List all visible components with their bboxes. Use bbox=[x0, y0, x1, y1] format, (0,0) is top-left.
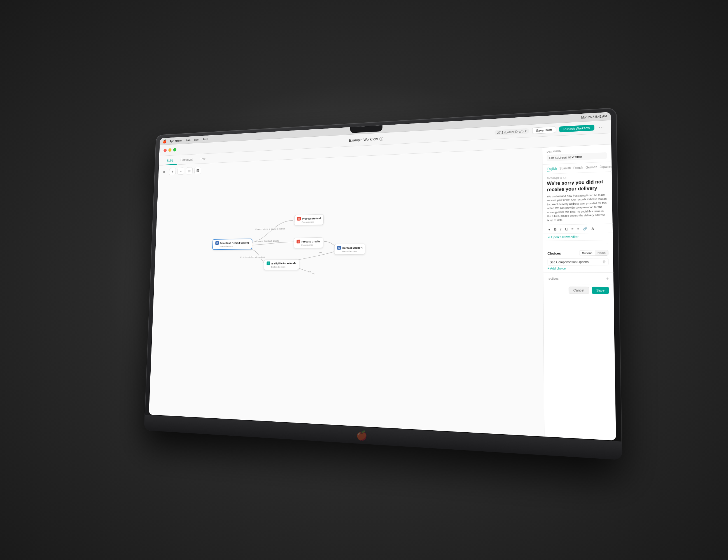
maximize-button[interactable] bbox=[173, 148, 176, 151]
message-body: We understand how frustrating it can be … bbox=[543, 193, 612, 225]
open-editor-icon: ↗ bbox=[547, 236, 550, 239]
workflow-canvas[interactable]: ✕ + − ⊞ ⊟ bbox=[149, 148, 544, 437]
node-label-support: Contact Support bbox=[342, 246, 362, 249]
version-text: 27.1 (Latest Draft) bbox=[497, 129, 524, 134]
message-heading: We're sorry you did not receive your del… bbox=[543, 179, 612, 195]
info-icon[interactable]: i bbox=[379, 137, 383, 141]
choice-text-1[interactable]: See Compensation Options bbox=[550, 260, 600, 264]
node-is-eligible[interactable]: ⊡ Is eligible for refund? System Decisio… bbox=[264, 259, 299, 270]
node-label-doordash: DoorDash Refund Options bbox=[220, 241, 249, 244]
text-toolbar: ● B I U ≡ ≡ 🔗 A bbox=[543, 223, 613, 234]
node-label-eligible: Is eligible for refund? bbox=[271, 262, 296, 265]
tab-test[interactable]: Test bbox=[196, 155, 209, 164]
screen-bezel: 🍎 App Name Item Item Item Mon 26 3 9:41 … bbox=[149, 112, 616, 440]
node-sub-eligible: System Decision bbox=[267, 266, 296, 268]
node-doordash-refund[interactable]: ⊡ DoorDash Refund Options Manual Decisio… bbox=[212, 239, 253, 250]
node-sub-support: Manual Decision bbox=[337, 250, 362, 253]
close-button[interactable] bbox=[164, 149, 167, 152]
edge-label-yes: Yes bbox=[318, 251, 323, 254]
menubar-right: Mon 26 3 9:41 AM bbox=[581, 115, 607, 119]
canvas-close-button[interactable]: ✕ bbox=[161, 169, 167, 175]
toggle-buttons[interactable]: Buttons bbox=[579, 250, 595, 256]
tool-link-button[interactable]: 🔗 bbox=[582, 226, 589, 232]
connector-lines bbox=[149, 148, 544, 437]
panel-footer: rectives + bbox=[543, 273, 613, 284]
zoom-in-button[interactable]: + bbox=[169, 168, 176, 175]
node-sub-refund: Consequence bbox=[297, 221, 321, 224]
menubar-item2: Item bbox=[194, 138, 199, 141]
edge-label-credits: Process DoorDash Credits bbox=[256, 239, 280, 243]
publish-button[interactable]: Publish Workflow bbox=[559, 125, 594, 132]
lang-tab-spanish[interactable]: Spanish bbox=[559, 166, 571, 171]
edge-label-no: No bbox=[307, 270, 312, 273]
apple-icon: 🍎 bbox=[162, 139, 166, 143]
version-chevron-icon: ▾ bbox=[525, 129, 527, 133]
grid-button[interactable]: ⊟ bbox=[194, 167, 201, 174]
save-button[interactable]: Save bbox=[592, 287, 609, 294]
open-editor-link[interactable]: ↗ Open full text editor bbox=[543, 233, 613, 241]
tool-ordered-list-button[interactable]: ≡ bbox=[576, 227, 580, 231]
edge-label-dissatisfied: Cx is dissatisfied with options bbox=[239, 256, 265, 259]
menubar-appname: App Name bbox=[170, 139, 182, 143]
monitor-shell: 🍎 App Name Item Item Item Mon 26 3 9:41 … bbox=[144, 108, 622, 460]
tab-build[interactable]: Build bbox=[163, 157, 177, 165]
main-content: ✕ + − ⊞ ⊟ bbox=[149, 144, 616, 441]
canvas-controls: ✕ + − ⊞ ⊟ bbox=[161, 167, 201, 176]
version-badge[interactable]: 27.1 (Latest Draft) ▾ bbox=[495, 128, 529, 136]
tab-comment[interactable]: Comment bbox=[177, 156, 197, 165]
menubar-items: App Name Item Item Item bbox=[170, 137, 208, 143]
panel-section-label: Decision bbox=[547, 148, 607, 153]
tool-italic-button[interactable]: I bbox=[559, 227, 562, 232]
node-process-credits[interactable]: ⊡ Process Credits Consequence bbox=[294, 237, 324, 248]
tool-bold-button[interactable]: B bbox=[553, 227, 557, 232]
node-process-refund[interactable]: ⊡ Process Refund Consequence bbox=[294, 214, 324, 225]
node-sub-credits: Consequence bbox=[297, 244, 320, 246]
window-controls bbox=[164, 148, 176, 152]
workflow-title-text: Example Workflow bbox=[349, 137, 378, 143]
lang-tab-german[interactable]: German bbox=[586, 165, 597, 170]
minimize-button[interactable] bbox=[168, 148, 171, 152]
app-window: Example Workflow i 27.1 (Latest Draft) ▾… bbox=[149, 120, 616, 440]
node-label-refund: Process Refund bbox=[302, 217, 321, 220]
toggle-radio[interactable]: Radio bbox=[595, 250, 608, 256]
more-options-button[interactable]: ⋯ bbox=[598, 124, 605, 130]
node-icon-red-refund: ⊡ bbox=[297, 217, 301, 221]
tool-list-button[interactable]: ≡ bbox=[570, 227, 574, 231]
tool-bullet-icon[interactable]: ● bbox=[547, 227, 551, 232]
panel-collapse-button[interactable]: − bbox=[543, 240, 613, 248]
add-choice-button[interactable]: + Add choice bbox=[548, 267, 609, 270]
node-label-credits: Process Credits bbox=[302, 240, 321, 243]
choice-item-1: See Compensation Options 🗑 bbox=[547, 258, 608, 266]
zoom-out-button[interactable]: − bbox=[178, 167, 184, 175]
choices-toggle: Buttons Radio bbox=[579, 250, 608, 256]
node-contact-support[interactable]: ⊡ Contact Support Manual Decision bbox=[334, 244, 365, 255]
menubar-time: Mon 26 3 9:41 AM bbox=[581, 115, 607, 119]
save-draft-button[interactable]: Save Draft bbox=[532, 126, 556, 134]
tool-format-button[interactable]: A bbox=[591, 226, 595, 231]
macos-screen: 🍎 App Name Item Item Item Mon 26 3 9:41 … bbox=[149, 112, 616, 440]
node-icon-red-credits: ⊡ bbox=[297, 240, 300, 244]
node-icon-teal: ⊡ bbox=[267, 262, 270, 265]
edge-label-refund: Process refund to payment method bbox=[255, 227, 286, 231]
lang-tab-french[interactable]: French bbox=[573, 165, 583, 171]
choices-label: Choices bbox=[547, 251, 561, 255]
directives-label: rectives bbox=[548, 277, 559, 280]
panel-decision-section: Decision Fix address next time bbox=[542, 144, 612, 165]
panel-input-value[interactable]: Fix address next time bbox=[547, 152, 607, 161]
node-icon-blue: ⊡ bbox=[215, 241, 219, 245]
choices-section: Choices Buttons Radio See Compensation O… bbox=[543, 248, 613, 273]
tool-underline-button[interactable]: U bbox=[564, 227, 569, 231]
fit-button[interactable]: ⊞ bbox=[186, 167, 193, 174]
open-editor-label: Open full text editor bbox=[551, 235, 578, 239]
choice-delete-icon[interactable]: 🗑 bbox=[602, 260, 606, 264]
lang-tab-english[interactable]: English bbox=[547, 166, 557, 171]
cancel-button[interactable]: Cancel bbox=[568, 287, 589, 294]
lang-tab-japanese[interactable]: Japanese bbox=[600, 164, 612, 169]
action-bar: Cancel Save bbox=[543, 284, 614, 297]
menubar-item3: Item bbox=[203, 137, 208, 141]
node-icon-blue-support: ⊡ bbox=[337, 246, 341, 250]
window-title: Example Workflow i bbox=[349, 137, 383, 143]
apple-logo: 🍎 bbox=[355, 428, 369, 443]
choices-header: Choices Buttons Radio bbox=[547, 250, 608, 256]
expand-icon[interactable]: + bbox=[606, 276, 609, 281]
